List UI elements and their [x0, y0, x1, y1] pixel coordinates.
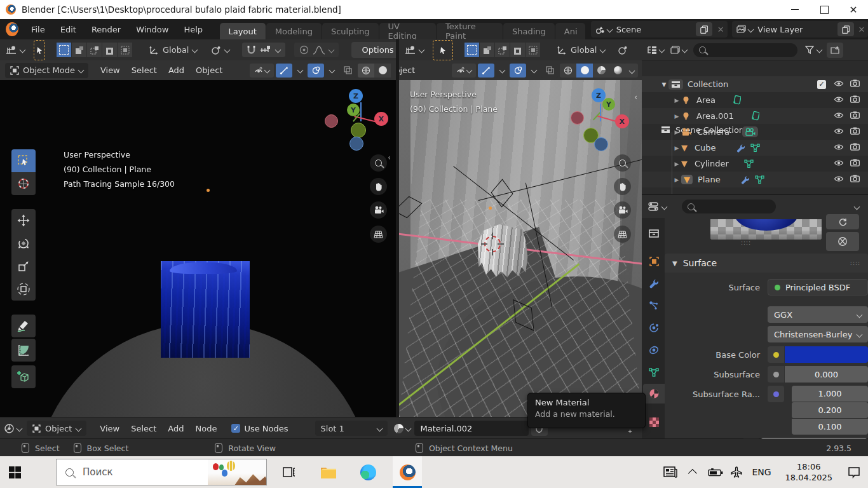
subsurface-slider[interactable]: 0.000: [785, 366, 868, 383]
collapse-arrow-icon[interactable]: ▼: [660, 81, 668, 88]
tab-modeling[interactable]: Modeling: [266, 23, 322, 39]
active-tool-select-box[interactable]: [34, 40, 45, 60]
panel-drag-grip[interactable]: ::::: [850, 260, 860, 266]
base-color-socket-button[interactable]: [768, 346, 784, 363]
hide-eye-toggle[interactable]: [834, 175, 844, 184]
mode-dropdown[interactable]: Object Mode: [5, 63, 88, 78]
shading-solid-button[interactable]: [374, 64, 391, 78]
menu-select[interactable]: Select: [125, 424, 162, 433]
properties-search-input[interactable]: [682, 200, 776, 214]
radius-x-slider[interactable]: 1.000: [792, 386, 868, 402]
disable-render-toggle[interactable]: [850, 175, 860, 184]
shading-dropdown[interactable]: [626, 65, 638, 75]
cloth-object[interactable]: [161, 261, 250, 358]
surface-panel-header[interactable]: ▼ Surface ::::: [665, 254, 868, 273]
navigation-gizmo[interactable]: Z Y X: [321, 86, 394, 213]
menu-view[interactable]: View: [94, 424, 125, 433]
scene-copy-button[interactable]: [696, 22, 712, 36]
properties-tab-material[interactable]: [643, 384, 665, 403]
hide-eye-toggle[interactable]: [834, 95, 844, 105]
navigation-gizmo[interactable]: Z Y X: [571, 86, 642, 213]
close-button[interactable]: ✕: [839, 0, 868, 19]
tool-rotate[interactable]: [11, 232, 36, 255]
perspective-toggle-button[interactable]: [614, 226, 631, 243]
editor-type-button[interactable]: [4, 423, 22, 434]
outliner-row-collection[interactable]: ▼ Collection ✓: [642, 76, 868, 92]
menu-render[interactable]: Render: [84, 19, 128, 39]
menu-edit[interactable]: Edit: [53, 19, 84, 39]
expand-arrow-icon[interactable]: ▶: [672, 161, 681, 167]
expand-arrow-icon[interactable]: ▶: [672, 129, 681, 135]
select-mode-set[interactable]: [57, 43, 71, 57]
language-indicator[interactable]: ENG: [752, 467, 771, 477]
shading-material-button[interactable]: [593, 64, 609, 78]
display-mode-dropdown[interactable]: [670, 46, 687, 55]
properties-tab-modifiers[interactable]: [643, 273, 665, 293]
outliner-row[interactable]: ▶ Area.001: [642, 108, 868, 124]
select-mode-invert[interactable]: [102, 43, 117, 57]
disable-render-toggle[interactable]: [850, 143, 860, 152]
tab-sculpting[interactable]: Sculpting: [322, 23, 379, 39]
mesh-data-icon[interactable]: [750, 144, 760, 152]
pan-hand-button[interactable]: [614, 178, 631, 195]
use-nodes-checkbox[interactable]: ✓ Use Nodes: [231, 424, 288, 433]
disable-render-toggle[interactable]: [850, 159, 860, 168]
action-center-icon[interactable]: [840, 456, 868, 488]
taskbar-search-box[interactable]: Поиск: [56, 459, 267, 485]
base-color-swatch[interactable]: [785, 346, 868, 363]
panel-collapse-arrow[interactable]: ▼: [672, 260, 677, 267]
overlays-dropdown[interactable]: [528, 64, 539, 78]
shading-wireframe-button[interactable]: [560, 64, 576, 78]
tool-select-box[interactable]: [11, 149, 36, 172]
outliner-search-input[interactable]: [693, 43, 797, 57]
menu-object[interactable]: Object: [190, 65, 228, 75]
proportional-edit-icon[interactable]: [299, 45, 309, 55]
scene-browse-icon[interactable]: [591, 25, 616, 34]
menu-add[interactable]: Add: [163, 65, 190, 75]
properties-tab-texture[interactable]: [643, 412, 665, 432]
snap-magnet-icon[interactable]: [247, 45, 255, 55]
material-preview[interactable]: [710, 219, 822, 240]
new-collection-button[interactable]: [827, 43, 843, 58]
subsurface-radius-socket-button[interactable]: [768, 386, 784, 402]
disable-render-toggle[interactable]: [850, 127, 860, 137]
gizmo-neg-z-axis[interactable]: [594, 137, 608, 151]
blender-logo-icon[interactable]: [6, 22, 18, 36]
xray-toggle[interactable]: [339, 64, 356, 78]
tool-move[interactable]: [11, 209, 36, 232]
editor-type-button[interactable]: [5, 45, 25, 55]
select-mode-invert[interactable]: [510, 43, 525, 57]
slot-dropdown[interactable]: Slot 1: [315, 421, 388, 436]
active-tool-select-box[interactable]: [433, 40, 453, 60]
transform-orientation-dropdown[interactable]: Global: [149, 45, 197, 55]
editor-type-button[interactable]: [647, 46, 664, 55]
tool-measure[interactable]: [11, 339, 36, 362]
gizmo-dropdown[interactable]: [496, 64, 508, 78]
start-button[interactable]: [0, 456, 29, 488]
edge-browser-button[interactable]: [353, 456, 383, 488]
preview-world-button[interactable]: [826, 232, 859, 251]
perspective-toggle-button[interactable]: [370, 226, 387, 243]
expand-arrow-icon[interactable]: ▶: [672, 113, 681, 119]
falloff-curve-icon[interactable]: [313, 46, 325, 55]
light-data-icon[interactable]: [732, 95, 741, 105]
properties-tab-particles[interactable]: [643, 295, 665, 315]
minimize-button[interactable]: [780, 0, 810, 19]
select-mode-set[interactable]: [465, 43, 479, 57]
object-visibility-dropdown[interactable]: [250, 64, 274, 78]
outliner-row[interactable]: ▶ ▼ Cylinder: [642, 156, 868, 172]
menu-object[interactable]: Object: [399, 65, 421, 75]
mesh-data-icon[interactable]: [744, 159, 754, 168]
camera-data-icon[interactable]: [742, 126, 758, 137]
outliner-row-active[interactable]: ▶ ▼ Plane: [642, 172, 868, 187]
show-gizmo-toggle[interactable]: [478, 64, 494, 78]
preview-resize-grip[interactable]: ::::: [741, 240, 751, 246]
view-layer-unlink-icon[interactable]: ✕: [855, 25, 868, 34]
radius-z-slider[interactable]: 0.100: [792, 419, 868, 435]
disable-render-toggle[interactable]: [850, 95, 860, 105]
xray-toggle[interactable]: [541, 64, 558, 78]
outliner-row[interactable]: ▶ ▼ Cube: [642, 140, 868, 156]
menu-file[interactable]: File: [24, 19, 53, 39]
hide-eye-toggle[interactable]: [834, 143, 844, 152]
shading-wireframe-button[interactable]: [358, 64, 374, 78]
